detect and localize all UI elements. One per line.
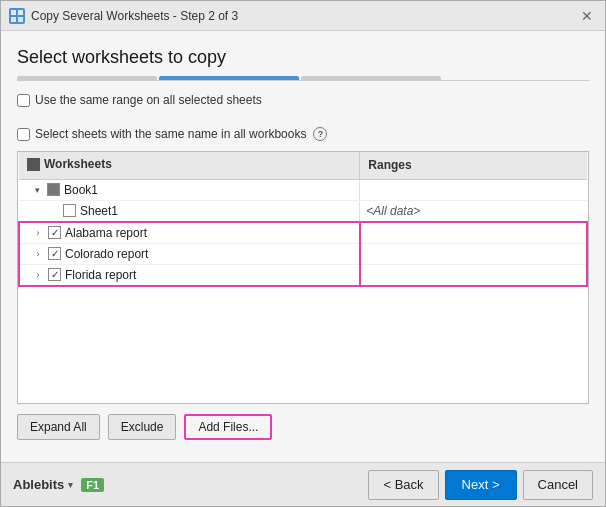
table-row: ▾Book1	[19, 179, 587, 200]
titlebar: Copy Several Worksheets - Step 2 of 3 ✕	[1, 1, 605, 31]
table-row: ›Sheet1<All data>	[19, 200, 587, 222]
titlebar-left: Copy Several Worksheets - Step 2 of 3	[9, 8, 238, 24]
footer-left: Ablebits ▾ F1	[13, 477, 104, 492]
add-files-button[interactable]: Add Files...	[184, 414, 272, 440]
exclude-button[interactable]: Exclude	[108, 414, 177, 440]
tabs-bar	[17, 76, 589, 81]
tab-1	[17, 76, 157, 80]
range-cell	[360, 179, 587, 200]
same-range-option[interactable]: Use the same range on all selected sheet…	[17, 93, 262, 107]
row-checkbox[interactable]	[48, 247, 61, 260]
help-icon[interactable]: ?	[313, 127, 327, 141]
expand-arrow-icon[interactable]: ▾	[31, 184, 43, 196]
range-cell: <All data>	[360, 200, 587, 222]
range-value: <All data>	[366, 204, 420, 218]
col-header-ranges: Ranges	[360, 152, 587, 179]
table-row: ›Colorado report	[19, 243, 587, 264]
table-row: ›Florida report	[19, 264, 587, 286]
ablebits-brand[interactable]: Ablebits ▾	[13, 477, 73, 492]
row-checkbox[interactable]	[48, 268, 61, 281]
options-row: Use the same range on all selected sheet…	[17, 93, 589, 141]
header-checkbox-icon	[27, 158, 40, 171]
worksheet-cell: ›Florida report	[19, 264, 360, 286]
worksheet-label: Alabama report	[65, 226, 147, 240]
expand-arrow-icon[interactable]: ›	[32, 227, 44, 239]
svg-rect-2	[11, 17, 16, 22]
back-button[interactable]: < Back	[368, 470, 438, 500]
worksheet-cell: ▾Book1	[19, 179, 360, 200]
cancel-button[interactable]: Cancel	[523, 470, 593, 500]
app-icon	[9, 8, 25, 24]
page-title: Select worksheets to copy	[17, 47, 589, 68]
same-range-label: Use the same range on all selected sheet…	[35, 93, 262, 107]
expand-arrow-icon[interactable]: ›	[32, 269, 44, 281]
brand-label: Ablebits	[13, 477, 64, 492]
worksheet-label: Florida report	[65, 268, 136, 282]
same-name-label: Select sheets with the same name in all …	[35, 127, 306, 141]
worksheet-cell: ›Sheet1	[19, 200, 360, 222]
same-name-option[interactable]: Select sheets with the same name in all …	[17, 127, 327, 141]
expand-arrow-icon[interactable]: ›	[32, 248, 44, 260]
table-header: Worksheets Ranges	[19, 152, 587, 179]
range-cell	[360, 264, 587, 286]
worksheet-cell: ›Alabama report	[19, 222, 360, 244]
worksheet-label: Sheet1	[80, 204, 118, 218]
main-window: Copy Several Worksheets - Step 2 of 3 ✕ …	[0, 0, 606, 507]
tab-2	[159, 76, 299, 80]
row-checkbox[interactable]	[48, 226, 61, 239]
col-header-worksheets: Worksheets	[19, 152, 360, 179]
footer: Ablebits ▾ F1 < Back Next > Cancel	[1, 462, 605, 506]
dropdown-arrow-icon: ▾	[68, 480, 73, 490]
expand-all-button[interactable]: Expand All	[17, 414, 100, 440]
same-range-checkbox[interactable]	[17, 94, 30, 107]
row-checkbox[interactable]	[47, 183, 60, 196]
range-cell	[360, 222, 587, 244]
range-cell	[360, 243, 587, 264]
table-row: ›Alabama report	[19, 222, 587, 244]
row-checkbox[interactable]	[63, 204, 76, 217]
content-area: Select worksheets to copy Use the same r…	[1, 31, 605, 462]
worksheet-cell: ›Colorado report	[19, 243, 360, 264]
svg-rect-3	[18, 17, 23, 22]
tab-3	[301, 76, 441, 80]
footer-right: < Back Next > Cancel	[368, 470, 593, 500]
window-title: Copy Several Worksheets - Step 2 of 3	[31, 9, 238, 23]
next-button[interactable]: Next >	[445, 470, 517, 500]
same-name-checkbox[interactable]	[17, 128, 30, 141]
close-button[interactable]: ✕	[577, 6, 597, 26]
f1-badge[interactable]: F1	[81, 478, 104, 492]
worksheet-label: Book1	[64, 183, 98, 197]
svg-rect-0	[11, 10, 16, 15]
worksheet-label: Colorado report	[65, 247, 148, 261]
worksheets-table: Worksheets Ranges ▾Book1›Sheet1<All data…	[17, 151, 589, 404]
svg-rect-1	[18, 10, 23, 15]
bottom-buttons: Expand All Exclude Add Files...	[17, 414, 589, 440]
